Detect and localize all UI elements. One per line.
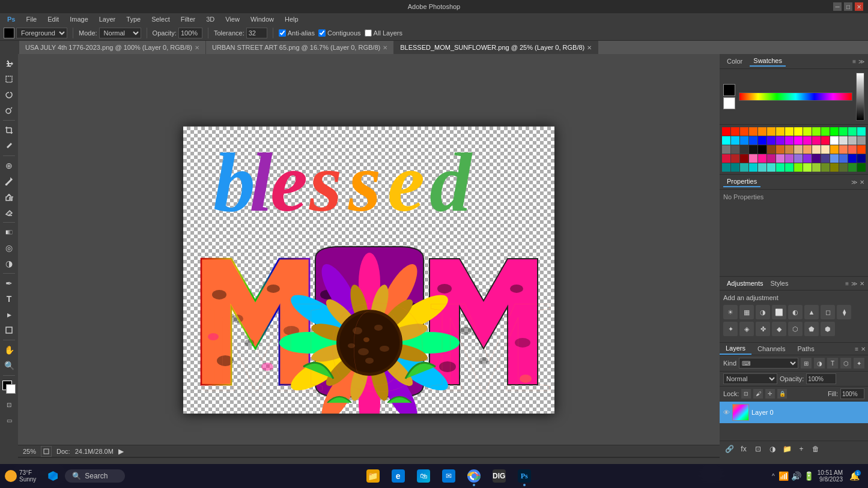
swatch-78[interactable] — [848, 163, 857, 172]
layer-group-btn[interactable]: 📁 — [781, 443, 793, 455]
swatch-37[interactable] — [767, 145, 775, 154]
swatch-73[interactable] — [803, 163, 812, 172]
background-swatch[interactable] — [6, 384, 16, 394]
color-lookup-btn[interactable]: ✤ — [756, 322, 770, 336]
battery-icon[interactable]: 🔋 — [804, 471, 814, 481]
gradient-tool[interactable] — [2, 225, 16, 239]
swatch-21[interactable] — [767, 136, 775, 145]
swatch-46[interactable] — [848, 145, 857, 154]
swatch-54[interactable] — [776, 154, 785, 163]
swatch-28[interactable] — [830, 136, 839, 145]
canvas-area[interactable]: b l e s s e d — [18, 54, 720, 457]
properties-title[interactable]: Properties — [723, 176, 760, 187]
zoom-tool[interactable]: 🔍 — [2, 358, 16, 373]
maximize-button[interactable]: □ — [844, 2, 852, 11]
tab-color[interactable]: Color — [723, 56, 746, 66]
swatch-10[interactable] — [812, 127, 821, 136]
delete-layer-btn[interactable]: 🗑 — [810, 443, 822, 455]
menu-window[interactable]: Window — [246, 14, 279, 24]
vibrance-btn[interactable]: ◐ — [788, 305, 803, 319]
exposure-btn[interactable]: ⬜ — [772, 305, 786, 319]
swatch-62[interactable] — [848, 154, 857, 163]
swatch-30[interactable] — [848, 136, 857, 145]
swatch-66[interactable] — [740, 163, 748, 172]
swatch-26[interactable] — [812, 136, 821, 145]
tab-paths[interactable]: Paths — [792, 343, 821, 354]
minimize-button[interactable]: ─ — [833, 2, 842, 11]
hand-tool[interactable]: ✋ — [2, 343, 16, 357]
contiguous-checkbox[interactable] — [318, 29, 326, 37]
fg-color-box[interactable] — [723, 84, 735, 96]
dodge-tool[interactable]: ◑ — [2, 256, 16, 271]
taskbar-search[interactable]: 🔍 Search — [65, 469, 125, 483]
tab-layers[interactable]: Layers — [720, 343, 751, 355]
swatch-45[interactable] — [839, 145, 848, 154]
menu-type[interactable]: Type — [121, 14, 145, 24]
layer-mask-btn[interactable]: ⊡ — [752, 443, 764, 455]
swatch-0[interactable] — [722, 127, 730, 136]
swatch-68[interactable] — [758, 163, 766, 172]
menu-file[interactable]: File — [21, 14, 41, 24]
tab-usa-july[interactable]: USA JULY 4th 1776-2023.png @ 100% (Layer… — [19, 41, 206, 54]
swatch-59[interactable] — [821, 154, 830, 163]
close-tab-usa[interactable]: ✕ — [195, 44, 199, 51]
menu-help[interactable]: Help — [280, 14, 303, 24]
swatch-33[interactable] — [731, 145, 739, 154]
properties-close-icon[interactable]: ✕ — [860, 179, 864, 185]
taskbar-app-chrome[interactable] — [462, 464, 486, 488]
swatch-70[interactable] — [776, 163, 785, 172]
foreground-color-btn[interactable] — [4, 28, 14, 38]
adj-panel-close-btn[interactable]: ✕ — [860, 280, 864, 287]
type-tool[interactable]: T — [2, 292, 16, 306]
swatch-25[interactable] — [803, 136, 812, 145]
swatch-13[interactable] — [839, 127, 848, 136]
taskbar-app-file-explorer[interactable]: 📁 — [361, 464, 385, 488]
opacity-input[interactable] — [178, 28, 202, 38]
menu-select[interactable]: Select — [147, 14, 175, 24]
tab-channels[interactable]: Channels — [751, 343, 791, 354]
swatch-29[interactable] — [839, 136, 848, 145]
swatch-35[interactable] — [749, 145, 757, 154]
swatch-27[interactable] — [821, 136, 830, 145]
brush-tool[interactable] — [2, 174, 16, 188]
swatch-43[interactable] — [821, 145, 830, 154]
threshold-btn[interactable]: ⬟ — [804, 322, 819, 336]
swatch-56[interactable] — [794, 154, 803, 163]
swatch-49[interactable] — [731, 154, 739, 163]
quick-selection-tool[interactable] — [2, 103, 16, 118]
layer-style-btn[interactable]: fx — [738, 443, 750, 455]
type-filter-btn[interactable]: T — [827, 358, 838, 369]
swatch-60[interactable] — [830, 154, 839, 163]
swatch-53[interactable] — [767, 154, 775, 163]
link-layers-btn[interactable]: 🔗 — [723, 443, 735, 455]
swatch-39[interactable] — [785, 145, 794, 154]
swatch-42[interactable] — [812, 145, 821, 154]
pixel-filter-btn[interactable]: ⊞ — [801, 358, 812, 369]
status-arrow-btn[interactable]: ▶ — [118, 447, 124, 456]
close-button[interactable]: ✕ — [855, 2, 863, 11]
document-canvas[interactable]: b l e s s e d — [183, 126, 554, 413]
all-layers-checkbox[interactable] — [365, 29, 372, 37]
show-hidden-icons-btn[interactable]: ^ — [772, 473, 775, 480]
panel-menu-icon[interactable]: ≡ — [852, 58, 856, 65]
contiguous-option[interactable]: Contiguous — [318, 29, 361, 37]
swatch-6[interactable] — [776, 127, 785, 136]
swatch-41[interactable] — [803, 145, 812, 154]
layers-panel-close-btn[interactable]: ✕ — [861, 346, 866, 352]
swatch-23[interactable] — [785, 136, 794, 145]
swatch-1[interactable] — [731, 127, 739, 136]
color-spectrum[interactable] — [739, 92, 852, 101]
network-icon[interactable]: 📶 — [778, 471, 789, 481]
swatch-11[interactable] — [821, 127, 830, 136]
hue-saturation-btn[interactable]: ▲ — [804, 305, 819, 319]
swatch-71[interactable] — [785, 163, 794, 172]
lock-position-btn[interactable]: ✛ — [765, 389, 775, 399]
eyedropper-tool[interactable] — [2, 139, 16, 153]
swatch-7[interactable] — [785, 127, 794, 136]
swatch-2[interactable] — [740, 127, 748, 136]
posterize-btn[interactable]: ⬡ — [788, 322, 803, 336]
adjustment-filter-btn[interactable]: ◑ — [814, 358, 825, 369]
panel-collapse-icon[interactable]: ≫ — [858, 58, 864, 65]
swatch-5[interactable] — [767, 127, 775, 136]
swatch-24[interactable] — [794, 136, 803, 145]
